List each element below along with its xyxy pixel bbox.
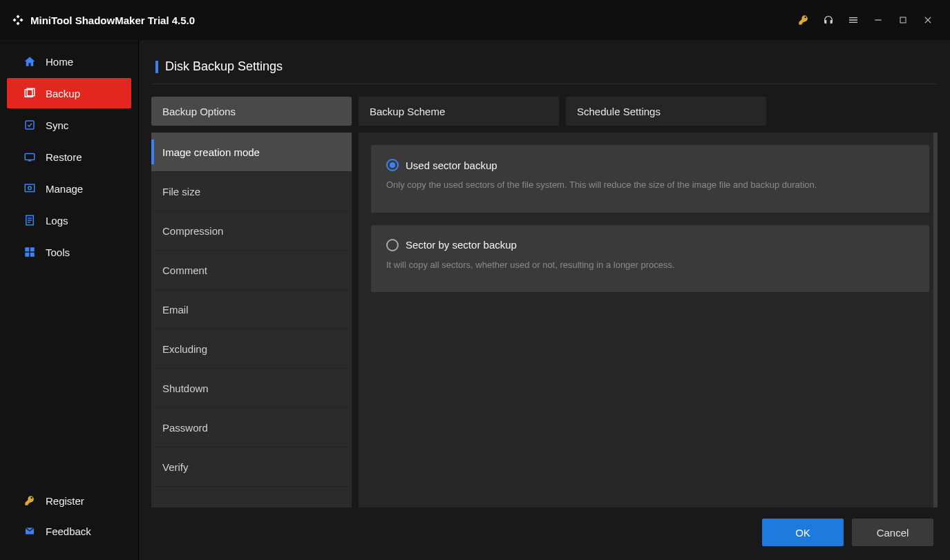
svg-rect-7 [25, 184, 35, 192]
sidebar-item-feedback[interactable]: Feedback [7, 516, 131, 546]
radio-description: It will copy all sectors, whether used o… [386, 258, 914, 272]
app-logo-icon [11, 13, 25, 27]
mail-icon [23, 525, 36, 537]
svg-rect-5 [25, 154, 35, 160]
svg-rect-1 [900, 17, 906, 23]
option-comment[interactable]: Comment [151, 251, 352, 290]
sidebar-item-backup[interactable]: Backup [7, 78, 131, 108]
sidebar-item-sync[interactable]: Sync [7, 110, 131, 140]
logs-icon [23, 214, 36, 226]
option-compression[interactable]: Compression [151, 211, 352, 251]
sidebar: Home Backup Sync Restore Manage [0, 40, 138, 560]
option-file-size[interactable]: File size [151, 172, 352, 211]
ok-button[interactable]: OK [762, 519, 844, 546]
sidebar-item-label: Manage [46, 183, 83, 195]
svg-rect-13 [25, 247, 29, 251]
sidebar-item-register[interactable]: Register [7, 485, 131, 516]
tab-backup-options[interactable]: Backup Options [151, 97, 352, 126]
sidebar-item-logs[interactable]: Logs [7, 205, 131, 235]
radio-description: Only copy the used sectors of the file s… [386, 178, 914, 192]
sidebar-item-label: Home [46, 56, 73, 68]
page-title: Disk Backup Settings [165, 59, 283, 74]
restore-icon [23, 151, 36, 163]
option-shutdown[interactable]: Shutdown [151, 369, 352, 408]
sidebar-item-label: Register [46, 495, 84, 507]
radio-label: Sector by sector backup [406, 239, 517, 251]
sidebar-item-label: Backup [46, 88, 80, 99]
titlebar: MiniTool ShadowMaker Trial 4.5.0 [0, 0, 950, 40]
sidebar-item-restore[interactable]: Restore [7, 142, 131, 172]
home-icon [23, 55, 36, 68]
sync-icon [23, 119, 36, 131]
footer-buttons: OK Cancel [151, 508, 938, 553]
main-panel: Disk Backup Settings Backup Options Back… [138, 40, 950, 560]
option-content: Used sector backup Only copy the used se… [359, 133, 938, 508]
svg-rect-14 [30, 247, 35, 251]
app-title: MiniTool ShadowMaker Trial 4.5.0 [30, 15, 195, 26]
svg-rect-15 [25, 253, 29, 257]
radio-card-used-sector[interactable]: Used sector backup Only copy the used se… [371, 145, 929, 213]
radio-icon[interactable] [386, 239, 399, 251]
key-icon [23, 494, 36, 507]
option-image-creation-mode[interactable]: Image creation mode [151, 133, 352, 172]
minimize-icon[interactable] [867, 9, 889, 31]
manage-icon [23, 182, 36, 195]
headphones-icon[interactable] [817, 9, 839, 31]
svg-rect-0 [875, 19, 881, 20]
maximize-icon[interactable] [892, 9, 914, 31]
sidebar-item-manage[interactable]: Manage [7, 173, 131, 204]
radio-label: Used sector backup [406, 160, 497, 171]
sidebar-item-label: Restore [46, 151, 82, 163]
sidebar-item-label: Logs [46, 215, 68, 226]
svg-rect-6 [28, 160, 32, 162]
key-icon[interactable] [792, 9, 815, 31]
close-icon[interactable] [917, 9, 939, 31]
tab-backup-scheme[interactable]: Backup Scheme [359, 97, 559, 126]
page-title-row: Disk Backup Settings [151, 59, 938, 84]
cancel-button[interactable]: Cancel [852, 519, 933, 546]
option-email[interactable]: Email [151, 290, 352, 329]
sidebar-item-label: Sync [46, 119, 68, 131]
svg-point-8 [28, 186, 32, 190]
radio-card-sector-by-sector[interactable]: Sector by sector backup It will copy all… [371, 225, 929, 293]
page-title-accent [155, 61, 158, 73]
option-password[interactable]: Password [151, 408, 352, 447]
radio-icon[interactable] [386, 159, 399, 171]
tools-icon [23, 246, 36, 258]
tab-schedule-settings[interactable]: Schedule Settings [566, 97, 766, 126]
menu-icon[interactable] [842, 9, 864, 31]
option-verify[interactable]: Verify [151, 447, 352, 487]
sidebar-item-label: Feedback [46, 525, 91, 537]
sidebar-item-tools[interactable]: Tools [7, 237, 131, 267]
option-excluding[interactable]: Excluding [151, 329, 352, 369]
svg-rect-4 [26, 121, 34, 129]
sidebar-item-home[interactable]: Home [7, 46, 131, 77]
backup-icon [23, 87, 36, 99]
sidebar-item-label: Tools [46, 247, 70, 258]
option-list: Image creation mode File size Compressio… [151, 133, 352, 508]
svg-rect-16 [30, 253, 35, 257]
